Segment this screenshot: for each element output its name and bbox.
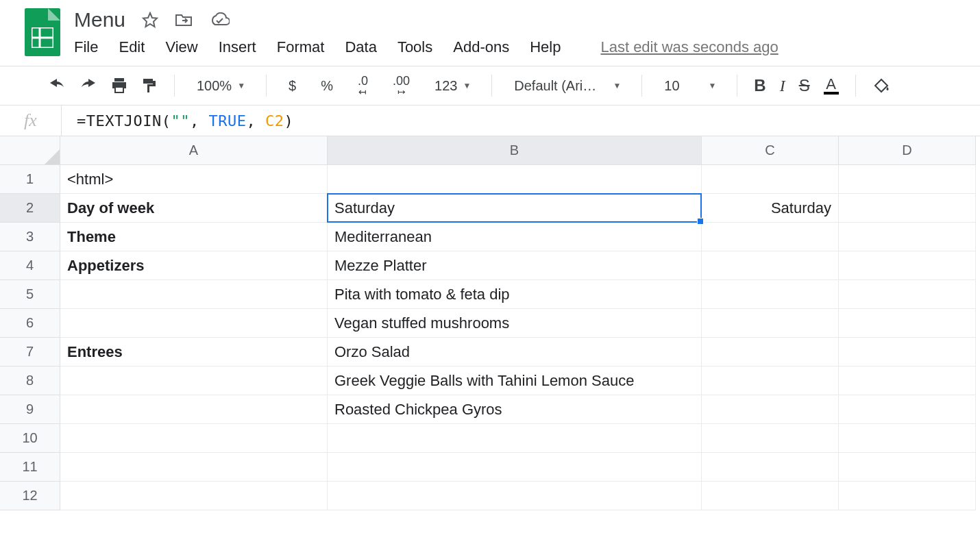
cell[interactable]: Appetizers	[60, 251, 328, 280]
menu-view[interactable]: View	[165, 38, 197, 56]
font-dropdown[interactable]: Default (Ari… ▼	[502, 72, 632, 99]
zoom-dropdown[interactable]: 100% ▼	[184, 72, 256, 99]
row-header[interactable]: 7	[0, 338, 60, 367]
paint-format-button[interactable]	[134, 72, 164, 99]
cell[interactable]: Mediterranean	[328, 223, 702, 251]
menu-insert[interactable]: Insert	[219, 38, 256, 56]
redo-button[interactable]	[73, 72, 104, 99]
row-header[interactable]: 9	[0, 395, 60, 424]
row-header[interactable]: 2	[0, 194, 60, 223]
cell[interactable]: Saturday	[702, 194, 839, 223]
cell[interactable]	[839, 395, 976, 424]
row-header[interactable]: 11	[0, 453, 60, 482]
cell[interactable]	[702, 453, 839, 482]
cell[interactable]	[328, 453, 702, 482]
row-header[interactable]: 8	[0, 367, 60, 395]
menu-tools[interactable]: Tools	[397, 38, 432, 56]
cell[interactable]	[60, 280, 328, 309]
last-edit-link[interactable]: Last edit was seconds ago	[600, 38, 778, 56]
row-header[interactable]: 1	[0, 165, 60, 194]
undo-button[interactable]	[41, 72, 73, 99]
cell[interactable]	[60, 482, 328, 510]
cell[interactable]	[702, 424, 839, 453]
star-icon[interactable]	[142, 12, 158, 28]
menu-data[interactable]: Data	[345, 38, 376, 56]
cell[interactable]	[60, 424, 328, 453]
cell[interactable]	[839, 367, 976, 395]
bold-button[interactable]: B	[747, 72, 772, 99]
cell[interactable]	[60, 453, 328, 482]
row-header[interactable]: 3	[0, 223, 60, 251]
column-header[interactable]: D	[839, 136, 976, 165]
cell[interactable]	[839, 223, 976, 251]
cell[interactable]	[328, 424, 702, 453]
document-title[interactable]: Menu	[74, 8, 125, 32]
row-header[interactable]: 10	[0, 424, 60, 453]
fill-color-button[interactable]	[866, 72, 897, 99]
menu-file[interactable]: File	[74, 38, 98, 56]
cell[interactable]: Day of week	[60, 194, 328, 223]
italic-button[interactable]: I	[773, 72, 792, 99]
column-header[interactable]: C	[702, 136, 839, 165]
cell[interactable]: <html>	[60, 165, 328, 194]
column-header[interactable]: B	[328, 136, 702, 165]
cell[interactable]	[702, 251, 839, 280]
row-header[interactable]: 12	[0, 482, 60, 510]
cell[interactable]: Roasted Chickpea Gyros	[328, 395, 702, 424]
formula-input[interactable]: =TEXTJOIN("", TRUE, C2)	[62, 112, 293, 129]
cell[interactable]	[702, 165, 839, 194]
menu-help[interactable]: Help	[530, 38, 561, 56]
cell[interactable]	[328, 165, 702, 194]
increase-decimal-button[interactable]: .00 ↦	[380, 72, 422, 99]
cell[interactable]: Mezze Platter	[328, 251, 702, 280]
cell[interactable]	[702, 482, 839, 510]
cell[interactable]	[702, 338, 839, 367]
sheets-app-icon[interactable]	[25, 8, 60, 56]
cell[interactable]	[328, 482, 702, 510]
select-all-corner[interactable]	[0, 136, 60, 165]
cell[interactable]: Theme	[60, 223, 328, 251]
cell[interactable]	[839, 251, 976, 280]
text-color-button[interactable]: A	[817, 72, 846, 99]
cell[interactable]	[839, 165, 976, 194]
menu-edit[interactable]: Edit	[119, 38, 145, 56]
decrease-decimal-button[interactable]: .0 ↤	[345, 72, 380, 99]
cell[interactable]	[702, 280, 839, 309]
cell[interactable]	[702, 395, 839, 424]
more-formats-dropdown[interactable]: 123 ▼	[422, 72, 482, 99]
cell[interactable]: Saturday	[328, 194, 702, 223]
cell[interactable]: Entrees	[60, 338, 328, 367]
format-percent-button[interactable]: %	[308, 72, 345, 99]
spreadsheet-grid[interactable]: ABCD1<html>2Day of weekSaturdaySaturday3…	[0, 136, 980, 510]
cell[interactable]	[702, 223, 839, 251]
cell[interactable]: Vegan stuffed mushrooms	[328, 309, 702, 338]
cell[interactable]	[839, 280, 976, 309]
cell[interactable]	[839, 194, 976, 223]
menu-addons[interactable]: Add-ons	[453, 38, 509, 56]
svg-rect-7	[143, 79, 153, 84]
print-button[interactable]	[104, 72, 134, 99]
move-icon[interactable]	[175, 12, 193, 27]
cell[interactable]	[60, 395, 328, 424]
menu-format[interactable]: Format	[277, 38, 325, 56]
row-header[interactable]: 5	[0, 280, 60, 309]
cell[interactable]	[702, 309, 839, 338]
format-currency-button[interactable]: $	[276, 72, 308, 99]
cell[interactable]	[839, 424, 976, 453]
cell[interactable]	[60, 309, 328, 338]
row-header[interactable]: 6	[0, 309, 60, 338]
column-header[interactable]: A	[60, 136, 328, 165]
cell[interactable]	[702, 367, 839, 395]
font-size-dropdown[interactable]: 10 ▼	[652, 72, 727, 99]
cell[interactable]: Greek Veggie Balls with Tahini Lemon Sau…	[328, 367, 702, 395]
row-header[interactable]: 4	[0, 251, 60, 280]
cell[interactable]	[60, 367, 328, 395]
cell[interactable]: Orzo Salad	[328, 338, 702, 367]
cell[interactable]: Pita with tomato & feta dip	[328, 280, 702, 309]
cell[interactable]	[839, 482, 976, 510]
cell[interactable]	[839, 309, 976, 338]
cloud-saved-icon[interactable]	[209, 12, 230, 27]
cell[interactable]	[839, 338, 976, 367]
cell[interactable]	[839, 453, 976, 482]
strikethrough-button[interactable]: S	[792, 72, 817, 99]
